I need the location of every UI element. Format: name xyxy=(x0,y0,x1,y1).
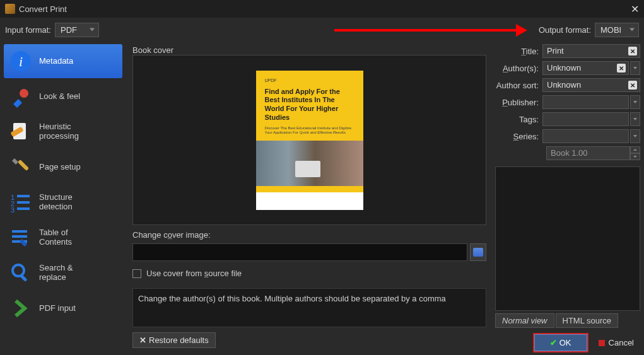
clear-icon[interactable]: ✕ xyxy=(628,47,637,55)
change-cover-label: Change cover image: xyxy=(132,230,486,240)
metadata-panel: Title: Print ✕ Author(s): Unknown ✕ Auth… xyxy=(493,42,644,355)
series-index-input[interactable]: Book 1.00 xyxy=(546,146,630,160)
svg-rect-12 xyxy=(12,230,27,233)
title-value: Print xyxy=(547,46,564,55)
svg-rect-11 xyxy=(17,207,30,210)
authors-input[interactable]: Unknown ✕ xyxy=(542,61,629,75)
svg-rect-7 xyxy=(17,195,30,197)
tags-dropdown[interactable] xyxy=(630,112,640,126)
brush-icon xyxy=(9,84,33,108)
comments-editor[interactable] xyxy=(495,166,640,311)
sidebar-item-toc[interactable]: Table of Contents xyxy=(4,221,122,255)
cover-preview: UPDF Find and Apply For the Best Institu… xyxy=(132,55,486,225)
chevron-down-icon xyxy=(633,118,637,120)
cancel-button[interactable]: Cancel xyxy=(592,334,640,351)
tags-input[interactable] xyxy=(542,112,629,126)
sidebar-item-structure[interactable]: 123 Structure detection xyxy=(4,185,122,219)
window-title: Convert Print xyxy=(19,4,67,14)
publisher-label: Publisher: xyxy=(495,98,542,107)
cover-subtitle: Discover The Best Educational Institute … xyxy=(265,126,354,136)
sidebar-item-metadata[interactable]: i Metadata xyxy=(4,44,122,78)
close-icon: ✕ xyxy=(139,335,146,345)
tab-html-source[interactable]: HTML source xyxy=(556,313,619,328)
series-input[interactable] xyxy=(542,129,629,143)
authorsort-input[interactable]: Unknown ✕ xyxy=(542,78,640,92)
restore-defaults-button[interactable]: ✕ Restore defaults xyxy=(132,332,216,348)
browse-cover-button[interactable] xyxy=(470,243,486,261)
svg-text:i: i xyxy=(19,54,23,69)
svg-point-15 xyxy=(13,265,24,276)
sidebar-item-heuristic[interactable]: Heuristic processing xyxy=(4,115,122,149)
cover-path-input[interactable] xyxy=(132,243,467,261)
format-bar: Input format: PDF Output format: MOBI xyxy=(0,18,644,42)
input-format-select[interactable]: PDF xyxy=(55,23,99,37)
annotation-arrow xyxy=(334,29,517,32)
authorsort-value: Unknown xyxy=(547,80,581,90)
series-index-down[interactable] xyxy=(630,153,640,160)
sidebar-item-label: Heuristic processing xyxy=(39,122,79,141)
info-icon: i xyxy=(9,49,33,73)
chevron-down-icon xyxy=(90,28,95,32)
sidebar-item-look-feel[interactable]: Look & feel xyxy=(4,79,122,113)
book-cover-label: Book cover xyxy=(132,45,486,55)
cover-brand: UPDF xyxy=(265,78,354,83)
search-icon xyxy=(9,261,33,285)
sidebar-item-label: Structure detection xyxy=(39,193,73,212)
clear-icon[interactable]: ✕ xyxy=(617,64,626,73)
authors-label: Author(s): xyxy=(495,64,542,73)
clear-icon[interactable]: ✕ xyxy=(628,81,637,90)
tab-normal-view[interactable]: Normal view xyxy=(495,313,554,328)
restore-label: Restore defaults xyxy=(149,335,209,345)
publisher-dropdown[interactable] xyxy=(630,95,640,109)
output-format-select[interactable]: MOBI xyxy=(595,23,639,37)
svg-rect-13 xyxy=(12,235,27,238)
cover-title: Find and Apply For the Best Institutes I… xyxy=(265,88,354,122)
series-dropdown[interactable] xyxy=(630,129,640,143)
picture-icon xyxy=(473,248,483,257)
svg-text:3: 3 xyxy=(11,206,15,214)
structure-icon: 123 xyxy=(9,190,33,214)
sidebar-item-label: Search & replace xyxy=(39,264,73,282)
chevron-right-icon xyxy=(9,296,33,320)
tools-icon xyxy=(9,155,33,179)
sidebar-item-label: Table of Contents xyxy=(39,228,72,247)
series-index-value: Book 1.00 xyxy=(551,148,588,158)
output-format-value: MOBI xyxy=(600,25,621,35)
toc-icon xyxy=(9,226,33,250)
title-label: Title: xyxy=(495,47,542,56)
sidebar-item-search-replace[interactable]: Search & replace xyxy=(4,256,122,290)
output-format-label: Output format: xyxy=(539,25,591,35)
use-source-checkbox[interactable] xyxy=(132,269,141,278)
svg-rect-5 xyxy=(18,160,29,171)
series-index-up[interactable] xyxy=(630,146,640,153)
use-source-label: Use cover from source file xyxy=(146,269,242,278)
authorsort-label: Author sort: xyxy=(495,81,542,90)
titlebar: Convert Print ✕ xyxy=(0,0,644,18)
sidebar-item-label: PDF input xyxy=(39,304,76,313)
sidebar-item-page-setup[interactable]: Page setup xyxy=(4,150,122,184)
ok-label: OK xyxy=(559,338,571,347)
chevron-down-icon xyxy=(629,28,635,32)
input-format-value: PDF xyxy=(61,25,77,35)
cover-image: UPDF Find and Apply For the Best Institu… xyxy=(256,71,363,210)
chevron-down-icon xyxy=(633,135,637,137)
cancel-label: Cancel xyxy=(609,338,634,347)
publisher-input[interactable] xyxy=(542,95,629,109)
svg-rect-9 xyxy=(17,201,30,204)
hint-text: Change the author(s) of this book. Multi… xyxy=(132,288,486,327)
series-label: Series: xyxy=(495,132,542,141)
app-icon xyxy=(5,4,15,14)
sidebar: i Metadata Look & feel Heuristic process… xyxy=(0,42,126,355)
svg-rect-16 xyxy=(20,274,27,282)
check-icon: ✔ xyxy=(550,338,557,347)
authors-dropdown[interactable] xyxy=(630,61,640,75)
heuristic-icon xyxy=(9,120,33,144)
ok-button[interactable]: ✔ OK xyxy=(534,334,587,351)
sidebar-item-pdf-input[interactable]: PDF input xyxy=(4,291,122,325)
svg-rect-2 xyxy=(18,87,30,100)
close-icon[interactable]: ✕ xyxy=(631,3,639,15)
chevron-down-icon xyxy=(633,101,637,103)
chevron-down-icon xyxy=(633,67,637,69)
title-input[interactable]: Print ✕ xyxy=(542,44,640,58)
sidebar-item-label: Look & feel xyxy=(39,92,80,102)
